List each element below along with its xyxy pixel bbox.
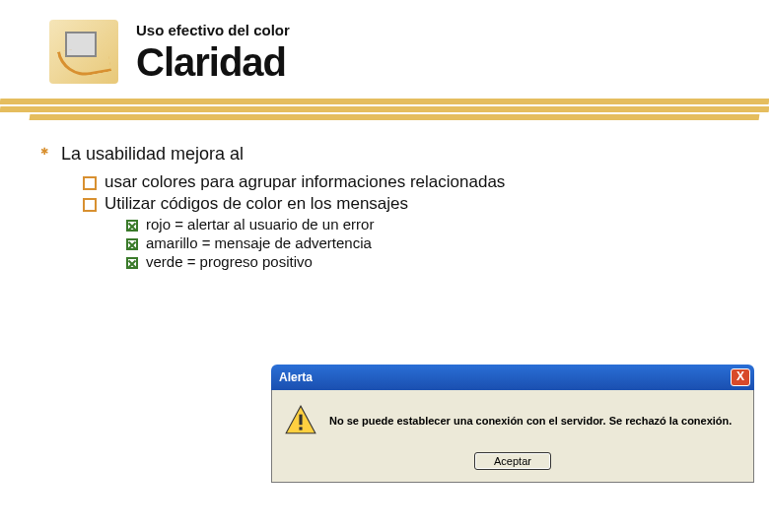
dialog-titlebar: Alerta X (271, 365, 754, 390)
separator-brush (0, 99, 769, 122)
bullet-level1: La usabilidad mejora al (39, 144, 730, 165)
title-block: Uso efectivo del color Claridad (136, 20, 290, 85)
x-bullet-icon (126, 238, 138, 250)
bullet-text: rojo = alertar al usuario de un error (146, 216, 374, 233)
svg-rect-1 (299, 415, 302, 426)
bullet-text: verde = progreso positivo (146, 253, 313, 270)
accept-button[interactable]: Aceptar (474, 452, 551, 470)
svg-rect-2 (299, 427, 302, 430)
box-bullet-icon (83, 198, 97, 212)
x-bullet-icon (126, 220, 138, 232)
bullet-icon (39, 148, 53, 162)
slide-content: La usabilidad mejora al usar colores par… (0, 140, 769, 270)
dialog-message: No se puede establecer una conexión con … (329, 415, 732, 427)
dialog-body: No se puede establecer una conexión con … (271, 390, 754, 483)
bullet-level3: verde = progreso positivo (126, 253, 730, 270)
alert-dialog: Alerta X No se puede establecer una cone… (271, 365, 754, 483)
dialog-title-text: Alerta (279, 370, 313, 384)
bullet-level2: usar colores para agrupar informaciones … (83, 172, 730, 192)
bullet-level3: amarillo = mensaje de advertencia (126, 234, 730, 251)
close-button[interactable]: X (731, 368, 750, 386)
bullet-text: La usabilidad mejora al (61, 144, 244, 165)
x-bullet-icon (126, 257, 138, 269)
bullet-level2: Utilizar códigos de color en los mensaje… (83, 194, 730, 214)
slide-title: Claridad (136, 40, 290, 85)
bullet-text: usar colores para agrupar informaciones … (105, 172, 505, 192)
box-bullet-icon (83, 176, 97, 190)
bullet-level3: rojo = alertar al usuario de un error (126, 216, 730, 233)
logo-icon (49, 20, 118, 84)
bullet-text: Utilizar códigos de color en los mensaje… (105, 194, 408, 214)
pretitle: Uso efectivo del color (136, 22, 290, 38)
slide-header: Uso efectivo del color Claridad (0, 0, 769, 85)
bullet-text: amarillo = mensaje de advertencia (146, 234, 372, 251)
warning-icon (284, 404, 317, 437)
